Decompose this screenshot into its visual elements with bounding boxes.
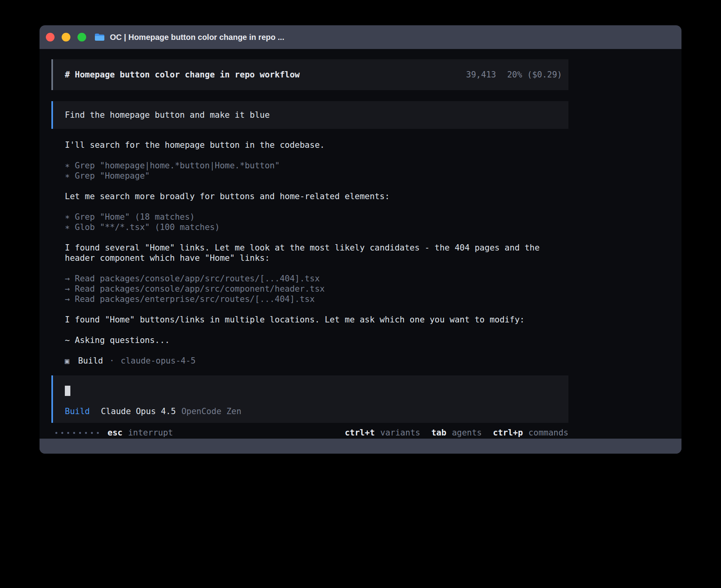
prompt-input-block[interactable]: Build Claude Opus 4.5 OpenCode Zen [51, 375, 568, 423]
shortcut-action: variants [380, 428, 420, 438]
esc-key-label: esc [108, 428, 123, 438]
provider-label: OpenCode Zen [181, 406, 242, 416]
context-usage: 20% ($0.29) [507, 70, 562, 80]
minimize-button[interactable] [62, 33, 70, 41]
session-header-block: # Homepage button color change in repo w… [51, 59, 568, 90]
tool-call-group: ∗ Grep "Home" (18 matches) ∗ Glob "**/*.… [51, 212, 568, 232]
glob-tool-line: ∗ Glob "**/*.tsx" (100 matches) [65, 222, 568, 232]
grep-tool-line: ∗ Grep "homepage|home.*button|Home.*butt… [65, 160, 568, 171]
agent-status-line: ▣ Build · claude-opus-4-5 [51, 356, 568, 366]
spinner [55, 432, 99, 434]
assistant-candidates-text: I found several "Home" links. Let me loo… [65, 243, 568, 263]
assistant-paragraph: I found several "Home" links. Let me loo… [51, 243, 568, 263]
titlebar: OC | Homepage button color change in rep… [40, 25, 681, 49]
input-model-line: Build Claude Opus 4.5 OpenCode Zen [65, 406, 557, 416]
model-label: Claude Opus 4.5 [101, 406, 176, 416]
session-stats: 39,413 20% ($0.29) [466, 70, 562, 80]
esc-action-label: interrupt [128, 428, 173, 438]
status-bar: esc interrupt ctrl+t variants tab agents… [51, 428, 568, 438]
shortcut-key: ctrl+p [493, 428, 523, 438]
user-message-text: Find the homepage button and make it blu… [65, 110, 270, 120]
assistant-paragraph: I'll search for the homepage button in t… [51, 140, 568, 150]
agent-icon: ▣ [65, 356, 69, 366]
assistant-intro-text: I'll search for the homepage button in t… [65, 140, 568, 150]
grep-tool-line: ∗ Grep "Home" (18 matches) [65, 212, 568, 222]
shortcut-variants: ctrl+t variants [345, 428, 420, 438]
status-bar-right: ctrl+t variants tab agents ctrl+p comman… [345, 428, 568, 438]
folder-icon [94, 33, 105, 41]
read-file-line: → Read packages/console/app/src/routes/[… [65, 273, 568, 284]
close-button[interactable] [46, 33, 55, 41]
asking-status-line: ~ Asking questions... [65, 335, 568, 345]
shortcut-agents: tab agents [431, 428, 482, 438]
window-controls [46, 33, 86, 41]
assistant-paragraph: I found "Home" buttons/links in multiple… [51, 315, 568, 325]
token-count: 39,413 [466, 70, 496, 80]
status-bar-left: esc interrupt [55, 428, 173, 438]
asking-status-group: ~ Asking questions... [51, 335, 568, 345]
grep-tool-line: ∗ Grep "Homepage" [65, 171, 568, 181]
text-cursor [65, 386, 70, 396]
agent-model: claude-opus-4-5 [121, 356, 196, 366]
shortcut-action: commands [528, 428, 568, 438]
session-column: # Homepage button color change in repo w… [51, 49, 568, 438]
terminal-window: OC | Homepage button color change in rep… [40, 25, 681, 454]
tool-call-group: → Read packages/console/app/src/routes/[… [51, 273, 568, 304]
mode-label: Build [65, 406, 90, 416]
window-title: OC | Homepage button color change in rep… [110, 33, 284, 42]
user-message-block: Find the homepage button and make it blu… [51, 101, 568, 129]
assistant-ask-text: I found "Home" buttons/links in multiple… [65, 315, 568, 325]
terminal-screen: # Homepage button color change in repo w… [40, 49, 681, 439]
session-title: # Homepage button color change in repo w… [65, 70, 300, 80]
shortcut-action: agents [452, 428, 482, 438]
assistant-search-text: Let me search more broadly for buttons a… [65, 191, 568, 202]
tool-call-group: ∗ Grep "homepage|home.*button|Home.*butt… [51, 160, 568, 181]
agent-separator: · [109, 356, 115, 366]
zoom-button[interactable] [77, 33, 86, 41]
read-file-line: → Read packages/enterprise/src/routes/[.… [65, 294, 568, 304]
shortcut-key: ctrl+t [345, 428, 375, 438]
read-file-line: → Read packages/console/app/src/componen… [65, 284, 568, 294]
window-bottom-chrome [40, 439, 681, 454]
agent-name: Build [78, 356, 103, 366]
shortcut-commands: ctrl+p commands [493, 428, 568, 438]
shortcut-key: tab [431, 428, 446, 438]
assistant-paragraph: Let me search more broadly for buttons a… [51, 191, 568, 202]
